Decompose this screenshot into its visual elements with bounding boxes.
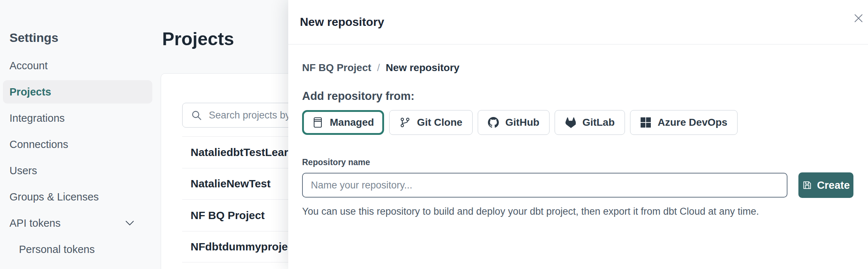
create-button[interactable]: Create — [798, 172, 853, 198]
repo-source-button-git-clone[interactable]: Git Clone — [389, 110, 472, 135]
create-button-label: Create — [817, 179, 850, 191]
sidebar-heading: Settings — [9, 31, 58, 45]
page-title: Projects — [162, 28, 234, 50]
repository-name-label: Repository name — [302, 157, 853, 167]
repo-source-button-managed[interactable]: Managed — [302, 110, 384, 135]
managed-icon — [312, 117, 323, 128]
repository-name-input[interactable] — [302, 173, 787, 198]
sidebar-nav: Account Projects Integrations Connection… — [0, 52, 160, 262]
sidebar-item-projects[interactable]: Projects — [3, 80, 152, 104]
gitlab-icon — [565, 117, 576, 128]
project-name: NatalieNewTest — [191, 178, 271, 190]
chevron-down-icon — [125, 221, 134, 226]
sidebar-item-users[interactable]: Users — [0, 157, 160, 184]
repo-source-options: Managed Git Clone GitHub GitLab Azure De… — [302, 110, 853, 135]
close-icon[interactable] — [852, 12, 865, 25]
sidebar-item-label: Account — [9, 60, 48, 72]
sidebar-item-label: Personal tokens — [19, 243, 95, 256]
search-icon — [191, 109, 202, 121]
settings-sidebar: Settings Account Projects Integrations C… — [0, 0, 160, 269]
sidebar-item-label: Projects — [9, 86, 51, 98]
chevron-down-icon — [125, 194, 134, 199]
repo-source-label: GitLab — [582, 117, 615, 128]
git-branch-icon — [399, 117, 410, 128]
chevron-down-icon — [125, 247, 134, 252]
repo-source-label: GitHub — [505, 117, 539, 128]
breadcrumb-parent[interactable]: NF BQ Project — [302, 62, 371, 74]
sidebar-item-groups-licenses[interactable]: Groups & Licenses — [0, 184, 160, 210]
project-name: NFdbtdummyproject — [191, 241, 297, 253]
repo-source-label: Managed — [330, 117, 374, 128]
add-repository-heading: Add repository from: — [302, 90, 853, 103]
chevron-down-icon — [117, 89, 126, 94]
sidebar-item-integrations[interactable]: Integrations — [0, 105, 160, 131]
github-icon — [488, 117, 499, 128]
azure-devops-icon — [640, 117, 651, 128]
save-icon — [802, 180, 812, 190]
repo-source-label: Git Clone — [417, 117, 462, 128]
breadcrumb-current: New repository — [386, 62, 460, 74]
sidebar-item-personal-tokens[interactable]: Personal tokens — [0, 236, 160, 262]
sidebar-item-label: API tokens — [9, 217, 60, 229]
sidebar-item-label: Groups & Licenses — [9, 191, 99, 203]
chevron-down-icon — [125, 142, 134, 147]
sidebar-item-label: Connections — [9, 139, 68, 151]
repository-name-row: Create — [302, 172, 853, 198]
repo-source-button-azure-devops[interactable]: Azure DevOps — [630, 110, 738, 135]
project-name: NataliedbtTestLearn T — [191, 146, 305, 159]
repo-source-button-github[interactable]: GitHub — [478, 110, 550, 135]
sidebar-item-connections[interactable]: Connections — [0, 131, 160, 157]
chevron-down-icon — [125, 168, 134, 173]
sidebar-item-label: Integrations — [9, 112, 65, 124]
new-repository-modal: New repository NF BQ Project / New repos… — [288, 0, 868, 269]
modal-body: NF BQ Project / New repository Add repos… — [288, 44, 868, 217]
repo-source-label: Azure DevOps — [658, 117, 727, 128]
modal-header: New repository — [288, 0, 868, 44]
breadcrumb: NF BQ Project / New repository — [302, 62, 853, 74]
sidebar-item-label: Users — [9, 165, 37, 177]
chevron-down-icon — [125, 116, 134, 121]
breadcrumb-separator: / — [377, 62, 380, 74]
repo-source-button-gitlab[interactable]: GitLab — [555, 110, 625, 135]
modal-title: New repository — [300, 15, 384, 29]
chevron-down-icon — [125, 63, 134, 68]
repository-helper-text: You can use this repository to build and… — [302, 206, 853, 217]
project-name: NF BQ Project — [191, 209, 265, 222]
sidebar-item-api-tokens[interactable]: API tokens — [0, 210, 160, 236]
sidebar-item-account[interactable]: Account — [0, 52, 160, 79]
